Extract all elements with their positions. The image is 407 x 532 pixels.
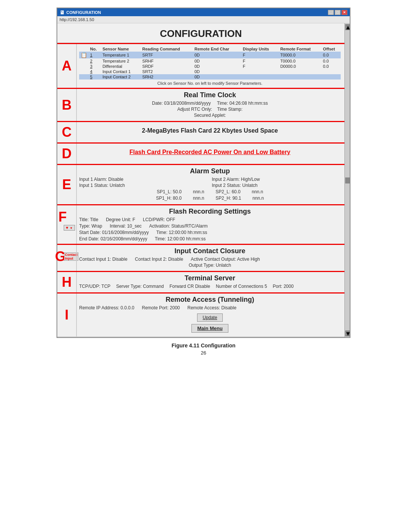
sp1-l: SP1_L: 50.0 <box>157 189 182 194</box>
titlebar-left: 🖥 CONFIGURATION <box>60 9 101 15</box>
tcp-udp-label: TCP/UDP: TCP <box>79 284 110 289</box>
flash-dropdown[interactable]: ▼ <box>64 225 75 231</box>
section-a-row: A No. Sensor Name Reading Command Remote… <box>57 43 344 88</box>
sensor-units: F <box>241 64 278 69</box>
sensor-units: F <box>241 52 278 58</box>
th-icon <box>79 46 89 52</box>
sensor-offset: 0.0 <box>321 58 341 64</box>
section-d-content: Flash Card Pre-Recorded AC Power On and … <box>76 144 344 164</box>
window-inner: CONFIGURATION A No. Sensor Name Reading … <box>57 23 350 337</box>
flash-row-3: Start Date: 01/16/2008mm/dd/yyyy Time: 1… <box>79 230 341 235</box>
flash-prerecorded-text: Flash Card Pre-Recorded AC Power On and … <box>79 146 341 159</box>
sensor-table-row[interactable]: 📋 1 Temperature 1 SRTF 0D F T0000.0 0.0 <box>79 52 341 58</box>
section-b-row: B Real Time Clock Date: 03/18/2008mm/dd/… <box>57 88 344 121</box>
input1-status: Input 1 Status: Unlatch <box>79 183 208 188</box>
section-h-content: Terminal Server TCP/UDP: TCP Server Type… <box>76 272 344 292</box>
scroll-thumb[interactable] <box>345 177 350 183</box>
sensor-format <box>279 69 321 74</box>
maximize-button[interactable]: □ <box>335 10 341 15</box>
section-label-h: H <box>57 272 76 292</box>
sensor-table-row[interactable]: 5 Input Contact 2 SRH2 0D <box>79 74 341 79</box>
flash-end-time: Time: 12:00:00 hh:mm:ss <box>155 236 206 242</box>
secured-applet-line: Secured Applet: <box>79 113 341 118</box>
section-b-content: Real Time Clock Date: 03/18/2008mm/dd/yy… <box>76 89 344 121</box>
scroll-up-arrow[interactable]: ▲ <box>345 24 350 30</box>
minimize-button[interactable]: _ <box>328 10 334 15</box>
th-sensor-name: Sensor Name <box>101 46 141 52</box>
rtc-time-label: Time: <box>217 101 228 106</box>
rtc-datetime-line: Date: 03/18/2008mm/dd/yyyy Time: 04:26:0… <box>79 101 341 106</box>
contact-row-1: Contact Input 1: Disable Contact Input 2… <box>79 257 341 262</box>
terminal-server-title: Terminal Server <box>79 274 341 282</box>
sensor-format: T0000.0 <box>279 58 321 64</box>
window-controls[interactable]: _ □ ✕ <box>328 10 347 15</box>
sensor-no[interactable]: 5 <box>89 74 101 79</box>
time-stamp-label: Time Stamp: <box>217 107 243 112</box>
address-bar: http://192.168.1.50 <box>57 16 350 23</box>
sensor-no[interactable]: 3 <box>89 64 101 69</box>
update-button[interactable]: Update <box>197 313 223 322</box>
scrollbar[interactable]: ▲ ▼ <box>344 23 350 337</box>
page-number: 26 <box>201 350 206 356</box>
sensor-name: Temperature 2 <box>101 58 141 64</box>
sensor-format: T0000.0 <box>279 52 321 58</box>
rtc-adjust-line: Adjust RTC Only: Time Stamp: <box>79 107 341 112</box>
sensor-name: Differential <box>101 64 141 69</box>
flash-type: Type: Wrap <box>79 223 102 229</box>
section-label-f: F ▼ <box>57 205 76 244</box>
sensor-offset: 0.0 <box>321 64 341 69</box>
section-label-b: B <box>57 89 76 121</box>
section-f-content: Flash Recording Settings Title: Title De… <box>76 205 344 244</box>
remote-access-label: Remote Access: Disable <box>187 305 236 310</box>
figure-caption: Figure 4.11 Configuration <box>171 342 236 349</box>
close-button[interactable]: ✕ <box>341 10 347 15</box>
alarm-title: Alarm Setup <box>79 167 341 175</box>
sensor-end: 0D <box>193 69 241 74</box>
adjust-rtc-label: Adjust RTC Only: <box>177 107 212 112</box>
th-remote-end: Remote End Char <box>193 46 241 52</box>
sp2-l-unit: nnn.n <box>252 189 263 194</box>
section-h-row: H Terminal Server TCP/UDP: TCP Server Ty… <box>57 271 344 292</box>
section-i-row: I Remote Access (Tunneling) Remote IP Ad… <box>57 292 344 337</box>
flash-degree: Degree Unit: F <box>106 217 135 222</box>
section-d-row: D Flash Card Pre-Recorded AC Power On an… <box>57 142 344 164</box>
flash-interval: Interval: 10_sec <box>110 223 142 229</box>
sensor-no[interactable]: 4 <box>89 69 101 74</box>
th-reading-cmd: Reading Command <box>141 46 193 52</box>
sensor-end: 0D <box>193 58 241 64</box>
buttons-area: Update <box>79 310 341 323</box>
active-output-label: Active Contact Output: Active High <box>191 257 260 262</box>
flash-activation: Activation: Status/RTC/Alarm <box>149 223 208 229</box>
flash-card-text: 2-MegaBytes Flash Card 22 Kbytes Used Sp… <box>79 124 341 137</box>
remote-ip-label: Remote IP Address: 0.0.0.0 <box>79 305 135 310</box>
section-g-row: G ContactInput Input Contact Closure Con… <box>57 244 344 271</box>
rtc-title: Real Time Clock <box>79 91 341 99</box>
sensor-no[interactable]: 2 <box>89 58 101 64</box>
flash-title-label: Title: Title <box>79 217 98 222</box>
window-main: CONFIGURATION A No. Sensor Name Reading … <box>57 23 344 337</box>
sp2-h: SP2_H: 90.1 <box>216 196 241 201</box>
section-e-row: E Alarm Setup Input 1 Alarm: Disable Inp… <box>57 164 344 204</box>
sensor-end: 0D <box>193 74 241 79</box>
flash-lcd: LCD/PWR: OFF <box>143 217 175 222</box>
sensor-table-row[interactable]: 4 Input Contact 1 SRT2 0D <box>79 69 341 74</box>
sensor-no[interactable]: 1 <box>89 52 101 58</box>
sensor-offset <box>321 74 341 79</box>
sensor-units <box>241 74 278 79</box>
section-c-row: C 2-MegaBytes Flash Card 22 Kbytes Used … <box>57 121 344 142</box>
main-menu-button[interactable]: Main Menu <box>191 324 228 333</box>
section-i-content: Remote Access (Tunneling) Remote IP Addr… <box>76 294 344 336</box>
flash-row-4: End Date: 02/16/2008mm/dd/yyyy Time: 12:… <box>79 236 341 242</box>
sensor-format: D0000.0 <box>279 64 321 69</box>
sensor-table-row[interactable]: 2 Temperature 2 SRHF 0D F T0000.0 0.0 <box>79 58 341 64</box>
sensor-table-row[interactable]: 3 Differential SRDF 0D F D0000.0 0.0 <box>79 64 341 69</box>
sensor-icon-cell <box>79 69 89 74</box>
sp1-h-unit: nnn.n <box>193 196 204 201</box>
sp2-l: SP2_L: 60.0 <box>216 189 240 194</box>
th-offset: Offset <box>321 46 341 52</box>
contact-closure-title: Input Contact Closure <box>79 247 341 255</box>
scroll-down-arrow[interactable]: ▼ <box>345 330 350 336</box>
flash-start-date: Start Date: 01/16/2008mm/dd/yyyy <box>79 230 149 235</box>
sensor-icon-cell <box>79 58 89 64</box>
sensor-table-header: No. Sensor Name Reading Command Remote E… <box>79 46 341 52</box>
